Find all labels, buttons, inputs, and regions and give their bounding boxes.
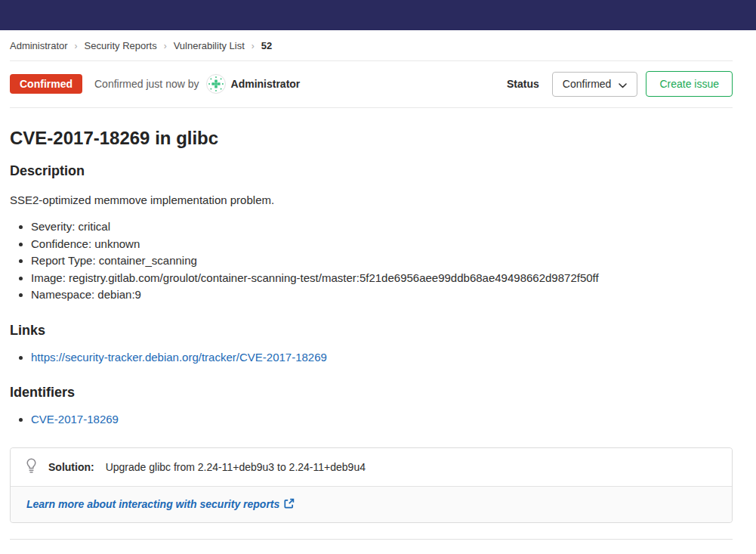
user-avatar[interactable] (206, 74, 226, 94)
breadcrumb-item-vulnerability-list[interactable]: Vulnerability List (174, 40, 245, 51)
breadcrumb-item-security-reports[interactable]: Security Reports (85, 40, 157, 51)
vulnerability-detail-list: Severity: critical Confidence: unknown R… (10, 218, 733, 304)
list-item: CVE-2017-18269 (31, 411, 733, 429)
section-divider (10, 539, 733, 540)
breadcrumb-separator: › (75, 41, 78, 51)
solution-label: Solution: (48, 461, 94, 473)
status-label: Status (507, 78, 539, 90)
solution-text: Upgrade glibc from 2.24-11+deb9u3 to 2.2… (106, 461, 366, 473)
breadcrumb-separator: › (251, 41, 255, 51)
status-dropdown[interactable]: Confirmed (552, 72, 638, 97)
learn-more-link[interactable]: Learn more about interacting with securi… (26, 498, 295, 511)
activity-text: Confirmed just now by (94, 78, 199, 90)
external-link-icon (284, 498, 295, 511)
list-item: https://security-tracker.debian.org/trac… (31, 349, 733, 367)
learn-more-label: Learn more about interacting with securi… (26, 498, 279, 510)
description-summary: SSE2-optimized memmove implementation pr… (10, 192, 733, 209)
top-navbar (0, 0, 756, 30)
links-list: https://security-tracker.debian.org/trac… (10, 349, 733, 367)
page-title: CVE-2017-18269 in glibc (10, 126, 733, 150)
solution-card: Solution: Upgrade glibc from 2.24-11+deb… (10, 447, 733, 523)
status-dropdown-value: Confirmed (563, 78, 612, 90)
status-actions: Status Confirmed Create issue (507, 71, 733, 97)
detail-item-report-type: Report Type: container_scanning (31, 252, 733, 270)
detail-item-severity: Severity: critical (31, 218, 733, 236)
detail-item-confidence: Confidence: unknown (31, 236, 733, 253)
solution-row: Solution: Upgrade glibc from 2.24-11+deb… (11, 448, 732, 486)
solution-card-footer: Learn more about interacting with securi… (11, 486, 732, 522)
breadcrumb: Administrator › Security Reports › Vulne… (10, 30, 733, 61)
breadcrumb-current-page: 52 (261, 40, 272, 51)
status-badge: Confirmed (10, 74, 82, 94)
detail-item-image: Image: registry.gitlab.com/groulot/conta… (31, 270, 733, 287)
lightbulb-icon (26, 458, 37, 475)
user-name-link[interactable]: Administrator (231, 78, 301, 90)
cve-identifier-link[interactable]: CVE-2017-18269 (31, 413, 119, 426)
chevron-down-icon (619, 79, 627, 91)
breadcrumb-separator: › (164, 41, 167, 51)
create-issue-button[interactable]: Create issue (646, 71, 733, 97)
breadcrumb-item-administrator[interactable]: Administrator (10, 40, 68, 51)
links-heading: Links (10, 322, 733, 339)
security-tracker-link[interactable]: https://security-tracker.debian.org/trac… (31, 351, 327, 364)
detail-item-namespace: Namespace: debian:9 (31, 286, 733, 304)
identifiers-heading: Identifiers (10, 384, 733, 401)
description-heading: Description (10, 162, 733, 180)
page-container: Administrator › Security Reports › Vulne… (10, 30, 733, 540)
status-bar: Confirmed Confirmed just now by (10, 61, 733, 108)
identifiers-list: CVE-2017-18269 (10, 411, 733, 429)
